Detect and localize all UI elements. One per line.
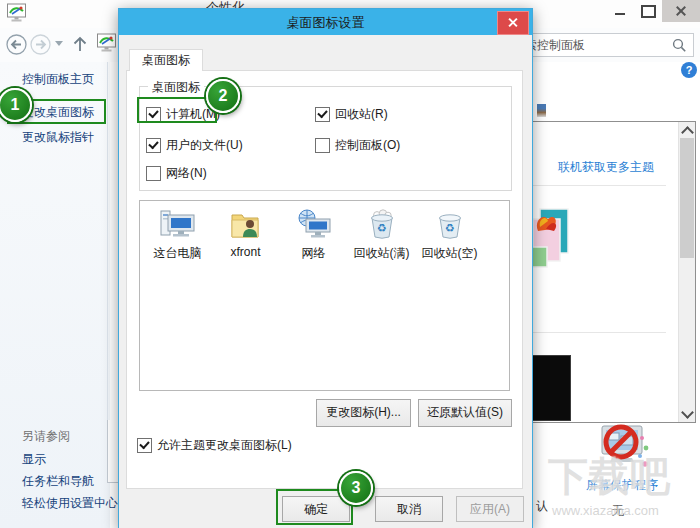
checkbox-box[interactable] — [146, 166, 161, 181]
checkbox-label: 网络(N) — [166, 165, 207, 182]
checkbox-user-files[interactable]: 用户的文件(U) — [146, 137, 243, 154]
minimize-icon — [615, 13, 625, 15]
sidebar-item-change-mouse-pointers[interactable]: 更改鼠标指针 — [22, 129, 94, 146]
themes-scrollbar[interactable] — [678, 122, 695, 422]
theme-section-divider — [532, 185, 666, 186]
help-icon[interactable]: ? — [681, 62, 697, 78]
search-input[interactable]: 搜索控制面板 — [518, 33, 694, 57]
scrollbar-thumb[interactable] — [680, 138, 694, 258]
personalization-window-icon — [6, 3, 28, 23]
scroll-up-icon[interactable] — [681, 126, 694, 139]
search-icon[interactable] — [672, 38, 687, 53]
ok-button[interactable]: 确定 — [282, 496, 350, 522]
addressbar-page-icon — [96, 33, 118, 53]
svg-text:♻: ♻ — [445, 222, 455, 234]
themes-list: 联机获取更多主题 — [531, 121, 696, 423]
icon-label: 这台电脑 — [146, 245, 209, 262]
recycle-bin-empty-icon: ♻ — [432, 209, 468, 241]
icon-item-recycle-bin-full[interactable]: ♻ 回收站(满) — [350, 209, 413, 262]
close-window-button[interactable] — [662, 0, 700, 22]
up-arrow-icon — [70, 34, 90, 54]
checkbox-box[interactable] — [137, 438, 152, 453]
restore-default-button[interactable]: 还原默认值(S) — [418, 399, 512, 427]
get-more-themes-link[interactable]: 联机获取更多主题 — [558, 159, 654, 176]
checkbox-box[interactable] — [315, 138, 330, 153]
background-text-fragment: 认 — [536, 498, 548, 515]
checkbox-label: 允许主题更改桌面图标(L) — [157, 437, 292, 454]
sidebar-divider — [107, 62, 108, 482]
groupbox-label: 桌面图标 — [148, 79, 204, 96]
icon-item-recycle-bin-empty[interactable]: ♻ 回收站(空) — [418, 209, 481, 262]
back-icon — [6, 34, 27, 55]
theme-thumbnail-high-contrast[interactable] — [531, 355, 571, 421]
change-icon-button[interactable]: 更改图标(H)... — [316, 399, 411, 427]
svg-text:♻: ♻ — [377, 222, 387, 234]
hidden-icon-fragment — [537, 104, 546, 117]
minimize-button[interactable] — [606, 0, 634, 22]
up-button[interactable] — [70, 34, 90, 57]
sidebar-item-change-desktop-icons[interactable]: 更改桌面图标 — [22, 104, 94, 121]
sidebar-item-taskbar-navigation[interactable]: 任务栏和导航 — [22, 473, 94, 490]
icon-item-user-folder[interactable]: xfront — [214, 209, 277, 259]
search-input-text: 搜索控制面板 — [519, 37, 673, 54]
dialog-titlebar: 桌面图标设置 — [119, 9, 532, 35]
tab-page: 桌面图标 计算机(M) 回收站(R) 用户的文件(U) 控制面板(O) 网络(N… — [126, 70, 523, 489]
watermark-url: www.xiazaiba.com — [552, 503, 700, 518]
close-icon — [507, 17, 519, 29]
forward-button[interactable] — [30, 34, 51, 55]
close-icon — [675, 5, 687, 17]
checkbox-box[interactable] — [146, 107, 161, 122]
recycle-bin-full-icon: ♻ — [364, 209, 400, 241]
checkbox-computer[interactable]: 计算机(M) — [146, 106, 220, 123]
user-folder-icon — [228, 209, 264, 241]
checkbox-recycle-bin[interactable]: 回收站(R) — [315, 106, 388, 123]
checkbox-box[interactable] — [315, 107, 330, 122]
this-pc-icon — [160, 209, 196, 241]
network-icon — [296, 209, 332, 241]
tab-desktop-icons[interactable]: 桌面图标 — [129, 49, 203, 71]
window-title: 个性化 — [206, 0, 250, 8]
checkbox-network[interactable]: 网络(N) — [146, 165, 207, 182]
icon-label: 网络 — [282, 245, 345, 262]
sidebar-item-control-panel-home[interactable]: 控制面板主页 — [22, 71, 94, 88]
checkbox-label: 回收站(R) — [335, 106, 388, 123]
checkbox-label: 用户的文件(U) — [166, 137, 243, 154]
desktop-icon-preview-list: 这台电脑 xfront — [139, 200, 510, 391]
checkbox-control-panel[interactable]: 控制面板(O) — [315, 137, 400, 154]
checkbox-allow-theme-change[interactable]: 允许主题更改桌面图标(L) — [137, 437, 292, 454]
icon-item-this-pc[interactable]: 这台电脑 — [146, 209, 209, 262]
dialog-close-button[interactable] — [497, 11, 529, 35]
icon-label: 回收站(空) — [418, 245, 481, 262]
checkbox-label: 控制面板(O) — [335, 137, 400, 154]
apply-button[interactable]: 应用(A) — [456, 496, 524, 522]
sidebar-item-display[interactable]: 显示 — [22, 451, 46, 468]
dialog-title: 桌面图标设置 — [119, 14, 532, 32]
theme-thumbnail-flowers[interactable] — [531, 207, 572, 284]
icon-label: xfront — [214, 245, 277, 259]
see-also-heading: 另请参阅 — [22, 428, 70, 445]
icon-label: 回收站(满) — [350, 245, 413, 262]
maximize-icon — [641, 5, 656, 18]
sidebar-item-ease-of-access[interactable]: 轻松使用设置中心 — [22, 495, 118, 512]
forward-icon — [30, 34, 51, 55]
checkbox-label: 计算机(M) — [166, 106, 220, 123]
theme-section-divider — [532, 332, 666, 333]
history-dropdown-icon[interactable] — [55, 41, 63, 46]
cancel-button[interactable]: 取消 — [375, 496, 443, 522]
maximize-button[interactable] — [634, 0, 662, 22]
scroll-down-icon[interactable] — [681, 406, 694, 419]
icon-item-network[interactable]: 网络 — [282, 209, 345, 262]
back-button[interactable] — [6, 34, 27, 55]
desktop-icon-settings-dialog: 桌面图标设置 桌面图标 桌面图标 计算机(M) 回收站(R) 用户的文件(U) … — [118, 8, 533, 528]
watermark-logo: 下载吧 — [548, 449, 698, 504]
checkbox-box[interactable] — [146, 138, 161, 153]
